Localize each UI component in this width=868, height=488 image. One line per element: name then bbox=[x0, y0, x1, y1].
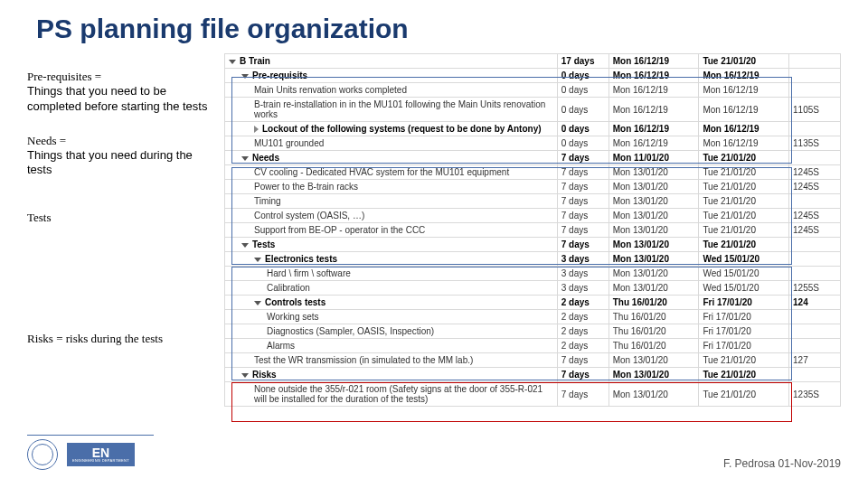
end-cell: Tue 21/01/20 bbox=[699, 54, 789, 69]
footer-logos: EN ENGINEERING DEPARTMENT bbox=[27, 435, 154, 470]
room-cell: 1105S bbox=[789, 98, 841, 122]
room-cell: 1245S bbox=[789, 209, 841, 223]
en-logo-icon: EN ENGINEERING DEPARTMENT bbox=[67, 443, 135, 466]
task-cell: B Train bbox=[225, 54, 558, 69]
note-heading: Tests bbox=[27, 211, 52, 224]
room-cell bbox=[789, 238, 841, 252]
room-cell bbox=[789, 252, 841, 267]
room-cell: 1245S bbox=[789, 165, 841, 180]
room-cell bbox=[789, 151, 841, 165]
room-cell: 127 bbox=[789, 353, 841, 368]
annot-risks-box bbox=[231, 382, 792, 422]
start-cell: Mon 16/12/19 bbox=[609, 54, 699, 69]
table-row: B Train17 daysMon 16/12/19Tue 21/01/20 bbox=[225, 54, 841, 69]
room-cell bbox=[789, 310, 841, 324]
note-tests: Tests bbox=[27, 211, 217, 225]
en-logo-subtext: ENGINEERING DEPARTMENT bbox=[72, 459, 129, 463]
room-cell: 1235S bbox=[789, 382, 841, 407]
annot-tests-box bbox=[231, 267, 792, 380]
room-cell bbox=[789, 54, 841, 69]
cern-logo-icon bbox=[27, 439, 58, 470]
slide: PS planning file organization Pre-requis… bbox=[0, 0, 868, 488]
room-cell bbox=[789, 267, 841, 281]
annot-needs-box bbox=[231, 167, 792, 265]
note-heading: Needs = bbox=[27, 134, 66, 147]
room-cell bbox=[789, 122, 841, 136]
room-cell: 124 bbox=[789, 296, 841, 310]
en-logo-text: EN bbox=[92, 446, 109, 459]
room-cell: 1245S bbox=[789, 223, 841, 238]
footer-author-date: F. Pedrosa 01-Nov-2019 bbox=[723, 457, 841, 470]
note-risks: Risks = risks during the tests bbox=[27, 332, 217, 346]
duration-cell: 17 days bbox=[557, 54, 609, 69]
room-cell bbox=[789, 339, 841, 353]
room-cell: 1255S bbox=[789, 281, 841, 296]
task-name: B Train bbox=[240, 56, 270, 66]
annot-prereq-box bbox=[231, 77, 792, 164]
note-prerequisites: Pre-requisites = Things that you need to… bbox=[27, 70, 217, 114]
notes-column: Pre-requisites = Things that you need to… bbox=[27, 53, 217, 407]
note-heading: Pre-requisites = bbox=[27, 70, 101, 83]
room-cell bbox=[789, 69, 841, 83]
note-body: Things that you need during the tests bbox=[27, 148, 193, 176]
room-cell bbox=[789, 83, 841, 98]
note-heading: Risks = risks during the tests bbox=[27, 332, 163, 345]
note-needs: Needs = Things that you need during the … bbox=[27, 134, 217, 178]
footer: EN ENGINEERING DEPARTMENT F. Pedrosa 01-… bbox=[27, 435, 841, 470]
room-cell bbox=[789, 368, 841, 382]
caret-down-icon[interactable] bbox=[229, 60, 236, 64]
note-body: Things that you need to be completed bef… bbox=[27, 84, 207, 112]
room-cell bbox=[789, 194, 841, 209]
room-cell: 1135S bbox=[789, 136, 841, 151]
room-cell bbox=[789, 324, 841, 339]
slide-title: PS planning file organization bbox=[36, 14, 841, 44]
room-cell: 1245S bbox=[789, 180, 841, 194]
